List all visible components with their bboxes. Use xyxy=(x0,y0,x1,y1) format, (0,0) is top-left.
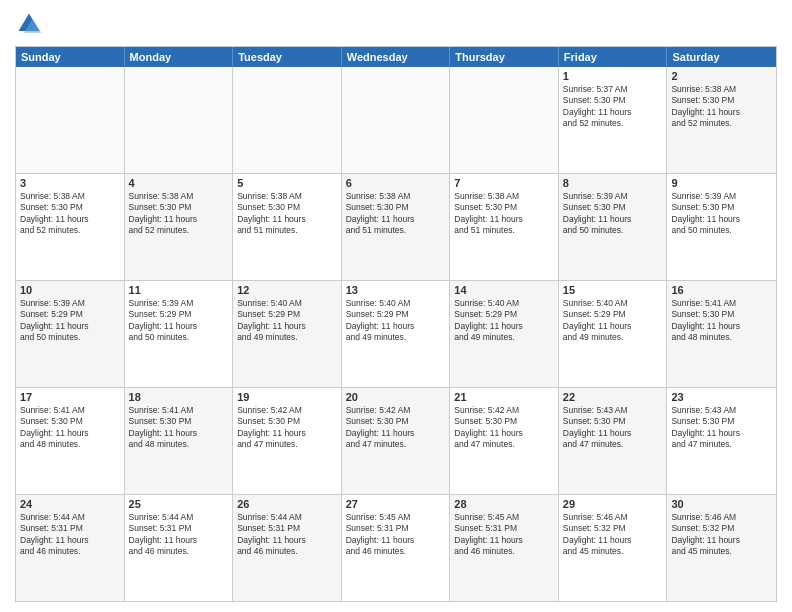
calendar-row: 17Sunrise: 5:41 AM Sunset: 5:30 PM Dayli… xyxy=(16,387,776,494)
calendar-row: 10Sunrise: 5:39 AM Sunset: 5:29 PM Dayli… xyxy=(16,280,776,387)
day-number: 29 xyxy=(563,498,663,510)
calendar-cell: 5Sunrise: 5:38 AM Sunset: 5:30 PM Daylig… xyxy=(233,174,342,280)
calendar-cell: 19Sunrise: 5:42 AM Sunset: 5:30 PM Dayli… xyxy=(233,388,342,494)
day-info: Sunrise: 5:46 AM Sunset: 5:32 PM Dayligh… xyxy=(671,512,772,558)
day-number: 5 xyxy=(237,177,337,189)
calendar-cell: 24Sunrise: 5:44 AM Sunset: 5:31 PM Dayli… xyxy=(16,495,125,601)
day-info: Sunrise: 5:39 AM Sunset: 5:29 PM Dayligh… xyxy=(20,298,120,344)
day-number: 23 xyxy=(671,391,772,403)
logo-icon xyxy=(15,10,43,38)
calendar-cell: 25Sunrise: 5:44 AM Sunset: 5:31 PM Dayli… xyxy=(125,495,234,601)
day-info: Sunrise: 5:45 AM Sunset: 5:31 PM Dayligh… xyxy=(346,512,446,558)
calendar-cell: 8Sunrise: 5:39 AM Sunset: 5:30 PM Daylig… xyxy=(559,174,668,280)
day-number: 11 xyxy=(129,284,229,296)
day-number: 27 xyxy=(346,498,446,510)
day-number: 20 xyxy=(346,391,446,403)
calendar-cell: 14Sunrise: 5:40 AM Sunset: 5:29 PM Dayli… xyxy=(450,281,559,387)
calendar-cell: 4Sunrise: 5:38 AM Sunset: 5:30 PM Daylig… xyxy=(125,174,234,280)
day-info: Sunrise: 5:38 AM Sunset: 5:30 PM Dayligh… xyxy=(671,84,772,130)
calendar: SundayMondayTuesdayWednesdayThursdayFrid… xyxy=(15,46,777,602)
header xyxy=(15,10,777,38)
day-info: Sunrise: 5:41 AM Sunset: 5:30 PM Dayligh… xyxy=(671,298,772,344)
weekday-header: Saturday xyxy=(667,47,776,67)
day-info: Sunrise: 5:40 AM Sunset: 5:29 PM Dayligh… xyxy=(454,298,554,344)
day-number: 17 xyxy=(20,391,120,403)
calendar-cell: 9Sunrise: 5:39 AM Sunset: 5:30 PM Daylig… xyxy=(667,174,776,280)
day-info: Sunrise: 5:42 AM Sunset: 5:30 PM Dayligh… xyxy=(346,405,446,451)
calendar-cell xyxy=(233,67,342,173)
day-info: Sunrise: 5:38 AM Sunset: 5:30 PM Dayligh… xyxy=(129,191,229,237)
day-info: Sunrise: 5:43 AM Sunset: 5:30 PM Dayligh… xyxy=(563,405,663,451)
day-number: 15 xyxy=(563,284,663,296)
calendar-cell: 12Sunrise: 5:40 AM Sunset: 5:29 PM Dayli… xyxy=(233,281,342,387)
day-info: Sunrise: 5:44 AM Sunset: 5:31 PM Dayligh… xyxy=(20,512,120,558)
day-number: 14 xyxy=(454,284,554,296)
weekday-header: Wednesday xyxy=(342,47,451,67)
day-info: Sunrise: 5:39 AM Sunset: 5:30 PM Dayligh… xyxy=(671,191,772,237)
day-info: Sunrise: 5:40 AM Sunset: 5:29 PM Dayligh… xyxy=(237,298,337,344)
calendar-body: 1Sunrise: 5:37 AM Sunset: 5:30 PM Daylig… xyxy=(16,67,776,601)
calendar-row: 3Sunrise: 5:38 AM Sunset: 5:30 PM Daylig… xyxy=(16,173,776,280)
calendar-cell: 23Sunrise: 5:43 AM Sunset: 5:30 PM Dayli… xyxy=(667,388,776,494)
calendar-cell: 3Sunrise: 5:38 AM Sunset: 5:30 PM Daylig… xyxy=(16,174,125,280)
calendar-cell: 11Sunrise: 5:39 AM Sunset: 5:29 PM Dayli… xyxy=(125,281,234,387)
day-info: Sunrise: 5:43 AM Sunset: 5:30 PM Dayligh… xyxy=(671,405,772,451)
day-info: Sunrise: 5:44 AM Sunset: 5:31 PM Dayligh… xyxy=(129,512,229,558)
day-number: 2 xyxy=(671,70,772,82)
day-number: 26 xyxy=(237,498,337,510)
calendar-cell: 15Sunrise: 5:40 AM Sunset: 5:29 PM Dayli… xyxy=(559,281,668,387)
day-number: 4 xyxy=(129,177,229,189)
calendar-cell xyxy=(450,67,559,173)
day-number: 3 xyxy=(20,177,120,189)
weekday-header: Monday xyxy=(125,47,234,67)
calendar-row: 1Sunrise: 5:37 AM Sunset: 5:30 PM Daylig… xyxy=(16,67,776,173)
page: SundayMondayTuesdayWednesdayThursdayFrid… xyxy=(0,0,792,612)
calendar-cell: 7Sunrise: 5:38 AM Sunset: 5:30 PM Daylig… xyxy=(450,174,559,280)
day-number: 6 xyxy=(346,177,446,189)
day-number: 10 xyxy=(20,284,120,296)
calendar-cell: 1Sunrise: 5:37 AM Sunset: 5:30 PM Daylig… xyxy=(559,67,668,173)
weekday-header: Sunday xyxy=(16,47,125,67)
day-info: Sunrise: 5:41 AM Sunset: 5:30 PM Dayligh… xyxy=(20,405,120,451)
day-number: 22 xyxy=(563,391,663,403)
calendar-cell: 10Sunrise: 5:39 AM Sunset: 5:29 PM Dayli… xyxy=(16,281,125,387)
calendar-cell xyxy=(342,67,451,173)
day-number: 12 xyxy=(237,284,337,296)
weekday-header: Tuesday xyxy=(233,47,342,67)
weekday-header: Friday xyxy=(559,47,668,67)
calendar-cell: 17Sunrise: 5:41 AM Sunset: 5:30 PM Dayli… xyxy=(16,388,125,494)
day-info: Sunrise: 5:38 AM Sunset: 5:30 PM Dayligh… xyxy=(346,191,446,237)
day-number: 25 xyxy=(129,498,229,510)
day-number: 18 xyxy=(129,391,229,403)
calendar-cell: 26Sunrise: 5:44 AM Sunset: 5:31 PM Dayli… xyxy=(233,495,342,601)
calendar-header: SundayMondayTuesdayWednesdayThursdayFrid… xyxy=(16,47,776,67)
calendar-cell: 6Sunrise: 5:38 AM Sunset: 5:30 PM Daylig… xyxy=(342,174,451,280)
day-info: Sunrise: 5:44 AM Sunset: 5:31 PM Dayligh… xyxy=(237,512,337,558)
day-info: Sunrise: 5:38 AM Sunset: 5:30 PM Dayligh… xyxy=(20,191,120,237)
day-number: 7 xyxy=(454,177,554,189)
day-info: Sunrise: 5:41 AM Sunset: 5:30 PM Dayligh… xyxy=(129,405,229,451)
day-number: 13 xyxy=(346,284,446,296)
calendar-row: 24Sunrise: 5:44 AM Sunset: 5:31 PM Dayli… xyxy=(16,494,776,601)
day-number: 1 xyxy=(563,70,663,82)
day-info: Sunrise: 5:37 AM Sunset: 5:30 PM Dayligh… xyxy=(563,84,663,130)
calendar-cell: 18Sunrise: 5:41 AM Sunset: 5:30 PM Dayli… xyxy=(125,388,234,494)
day-info: Sunrise: 5:38 AM Sunset: 5:30 PM Dayligh… xyxy=(237,191,337,237)
calendar-cell: 22Sunrise: 5:43 AM Sunset: 5:30 PM Dayli… xyxy=(559,388,668,494)
day-number: 21 xyxy=(454,391,554,403)
weekday-header: Thursday xyxy=(450,47,559,67)
day-number: 8 xyxy=(563,177,663,189)
calendar-cell: 16Sunrise: 5:41 AM Sunset: 5:30 PM Dayli… xyxy=(667,281,776,387)
calendar-cell xyxy=(16,67,125,173)
day-number: 16 xyxy=(671,284,772,296)
day-info: Sunrise: 5:46 AM Sunset: 5:32 PM Dayligh… xyxy=(563,512,663,558)
day-number: 24 xyxy=(20,498,120,510)
day-number: 9 xyxy=(671,177,772,189)
calendar-cell: 21Sunrise: 5:42 AM Sunset: 5:30 PM Dayli… xyxy=(450,388,559,494)
day-info: Sunrise: 5:39 AM Sunset: 5:29 PM Dayligh… xyxy=(129,298,229,344)
day-number: 19 xyxy=(237,391,337,403)
logo xyxy=(15,10,47,38)
calendar-cell xyxy=(125,67,234,173)
day-info: Sunrise: 5:40 AM Sunset: 5:29 PM Dayligh… xyxy=(563,298,663,344)
day-info: Sunrise: 5:42 AM Sunset: 5:30 PM Dayligh… xyxy=(237,405,337,451)
